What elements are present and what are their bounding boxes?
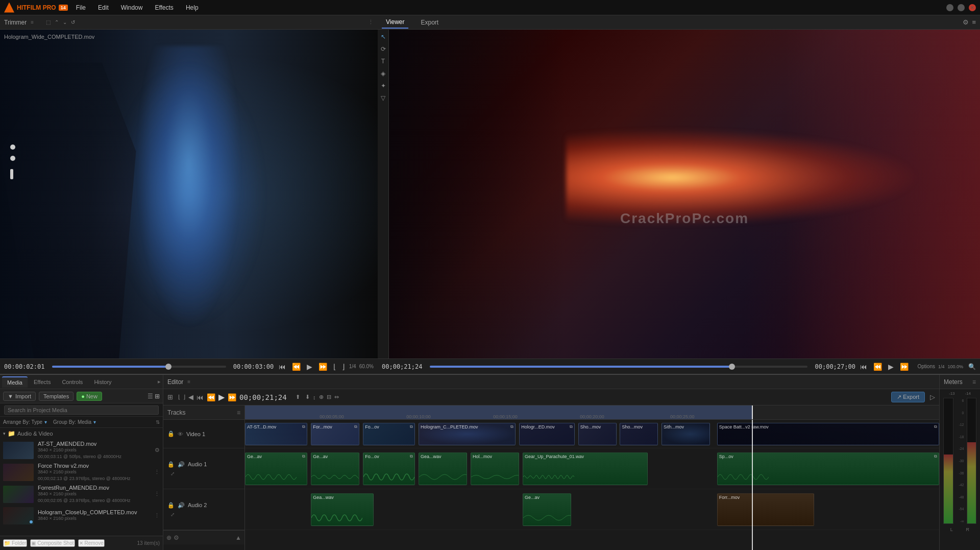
import-button[interactable]: ▼ Import: [3, 392, 36, 401]
tab-viewer[interactable]: Viewer: [382, 16, 408, 29]
clip-video-4[interactable]: Hologram_C...PLETED.mov ⧉: [419, 423, 516, 445]
menu-effects[interactable]: Effects: [153, 3, 175, 12]
tool-orbit[interactable]: ⟳: [378, 44, 388, 54]
viewer-menu[interactable]: ≡: [972, 18, 976, 26]
out-mark-icon[interactable]: ⌋: [183, 394, 185, 400]
menu-file[interactable]: File: [74, 3, 88, 12]
templates-button[interactable]: Templates: [39, 392, 74, 401]
clip-video-9[interactable]: Space Batt...v2 raw.mov ⧉: [717, 423, 939, 445]
clip-video-2[interactable]: For...mov ⧉: [311, 423, 359, 445]
prev-mark-icon[interactable]: ◀: [188, 393, 193, 401]
viewer-step-back[interactable]: ⏪: [872, 362, 884, 372]
zoom-selector-trim[interactable]: 60.0%: [359, 364, 374, 369]
clip-video-5[interactable]: Hologr...ED.mov ⧉: [519, 423, 575, 445]
new-button[interactable]: ● New: [77, 392, 102, 401]
arrange-dropdown[interactable]: ▾: [44, 419, 47, 425]
in-mark-icon[interactable]: ⌊: [178, 394, 180, 400]
clip-audio1-2[interactable]: Ge...av: [311, 452, 359, 485]
audio2-level[interactable]: ⤢: [170, 512, 175, 517]
tool-slice[interactable]: ✦: [378, 81, 388, 91]
step-back-editor[interactable]: ⏪: [207, 393, 215, 401]
clip-audio2-2[interactable]: Ge...av: [523, 493, 571, 526]
clip-video-8[interactable]: Sith...mov: [662, 423, 710, 445]
play-btn-trim[interactable]: ▶: [305, 362, 314, 372]
editor-menu[interactable]: ≡: [187, 379, 190, 385]
timeline-playhead[interactable]: [752, 405, 753, 419]
export-button[interactable]: ↗ Export: [891, 392, 925, 402]
clip-video-3[interactable]: Fo...ov ⧉: [363, 423, 415, 445]
maximize-button[interactable]: □: [958, 4, 965, 11]
lock-audio2[interactable]: 🔒: [167, 502, 175, 509]
panel-tab-arrow[interactable]: ▸: [158, 378, 161, 385]
timeline-ruler[interactable]: 00;00;05;00 00;00;10;00 00;00;15;00 00;0…: [245, 405, 939, 420]
viewer-settings[interactable]: ⚙: [963, 18, 969, 26]
lock-audio1[interactable]: 🔒: [167, 461, 175, 468]
editor-expand[interactable]: ▷: [930, 393, 935, 401]
viewer-start-btn[interactable]: ⏮: [859, 362, 869, 372]
clip-audio1-4[interactable]: Gea...wav: [419, 452, 467, 485]
clip-audio2-3[interactable]: Forr...mov: [717, 493, 814, 526]
progress-bar[interactable]: [52, 366, 226, 368]
play-editor[interactable]: ▶: [218, 392, 225, 402]
timeline-expand-icon[interactable]: ▲: [235, 534, 241, 541]
grid-view-btn[interactable]: ⊞: [155, 393, 160, 400]
media-item-menu-3[interactable]: ⋮: [154, 491, 160, 497]
step-back-btn[interactable]: ⏪: [290, 362, 302, 372]
group-dropdown[interactable]: ▾: [93, 419, 96, 425]
media-item[interactable]: Force Throw v2.mov 3840 × 2160 pixels 00…: [0, 461, 163, 483]
media-item[interactable]: ForrestRun_AMENDED.mov 3840 × 2160 pixel…: [0, 483, 163, 505]
eye-video1[interactable]: 👁: [178, 431, 183, 437]
lock-video1[interactable]: 🔒: [167, 431, 175, 437]
clip-video-6[interactable]: Sho...mov: [578, 423, 617, 445]
slide-icon[interactable]: ⇔: [334, 394, 339, 400]
menu-edit[interactable]: Edit: [96, 3, 111, 12]
options-label[interactable]: Options: [917, 364, 935, 369]
quality-selector[interactable]: 1/4: [938, 364, 945, 369]
tool-drop[interactable]: ▽: [378, 93, 388, 103]
snap-icon[interactable]: ⊞: [167, 393, 173, 401]
sort-icon[interactable]: ⇅: [156, 419, 160, 425]
clip-audio1-6[interactable]: Gear_Up_Parachute_01.wav: [523, 452, 648, 485]
quality-selector-trim[interactable]: 1/4: [349, 364, 356, 369]
clip-audio1-1[interactable]: Ge...av ⧉: [245, 452, 307, 485]
close-button[interactable]: ✕: [969, 4, 976, 11]
media-item-menu-1[interactable]: ⚙: [155, 447, 160, 453]
lift-icon[interactable]: ⬆: [296, 394, 300, 400]
media-item-menu-2[interactable]: ⋮: [154, 469, 160, 475]
mute-audio1[interactable]: 🔊: [178, 461, 185, 468]
overwrite-icon[interactable]: ⊕: [319, 394, 324, 400]
tab-controls[interactable]: Controls: [57, 377, 88, 387]
tool-text[interactable]: T: [378, 56, 388, 66]
folder-button[interactable]: 📁 Folder: [3, 539, 27, 547]
in-point-btn[interactable]: ⌊: [332, 362, 337, 372]
clip-audio2-1[interactable]: Gea...wav: [311, 493, 373, 526]
category-arrow[interactable]: ▾: [3, 431, 6, 436]
viewer-step-fwd[interactable]: ⏩: [898, 362, 910, 372]
insert-icon[interactable]: ↕: [313, 394, 316, 400]
tab-export[interactable]: Export: [416, 17, 443, 28]
clip-audio1-3[interactable]: Fo...ov ⧉: [363, 452, 415, 485]
out-point-btn[interactable]: ⌋: [340, 362, 346, 372]
composite-button[interactable]: ▣ Composite Shot: [30, 539, 75, 547]
clip-audio1-7[interactable]: Sp...ov ⧉: [717, 452, 939, 485]
add-track-icon[interactable]: ⊕: [166, 534, 172, 541]
audio1-level[interactable]: ⤢: [170, 471, 175, 476]
tracks-menu[interactable]: ≡: [237, 409, 240, 416]
media-item[interactable]: AT-ST_AMENDED.mov 3840 × 2160 pixels 00;…: [0, 439, 163, 461]
tab-history[interactable]: History: [89, 377, 116, 387]
meters-menu[interactable]: ≡: [972, 378, 976, 386]
clip-video-7[interactable]: Sho...mov: [620, 423, 658, 445]
clip-video-1[interactable]: AT-ST...D.mov ⧉: [245, 423, 307, 445]
tab-effects[interactable]: Effects: [29, 377, 56, 387]
step-fwd-btn[interactable]: ⏩: [317, 362, 329, 372]
viewer-progress-bar[interactable]: [430, 366, 807, 368]
progress-thumb[interactable]: [165, 364, 172, 370]
list-view-btn[interactable]: ☰: [148, 393, 153, 400]
menu-help[interactable]: Help: [184, 3, 201, 12]
go-to-start-btn[interactable]: ⏮: [277, 362, 287, 372]
viewer-progress-thumb[interactable]: [729, 364, 735, 370]
remove-button[interactable]: ✕ Remove: [78, 539, 105, 547]
minimize-button[interactable]: —: [946, 4, 953, 11]
tool-mask[interactable]: ◈: [378, 68, 388, 79]
tool-pointer[interactable]: ↖: [378, 32, 388, 42]
